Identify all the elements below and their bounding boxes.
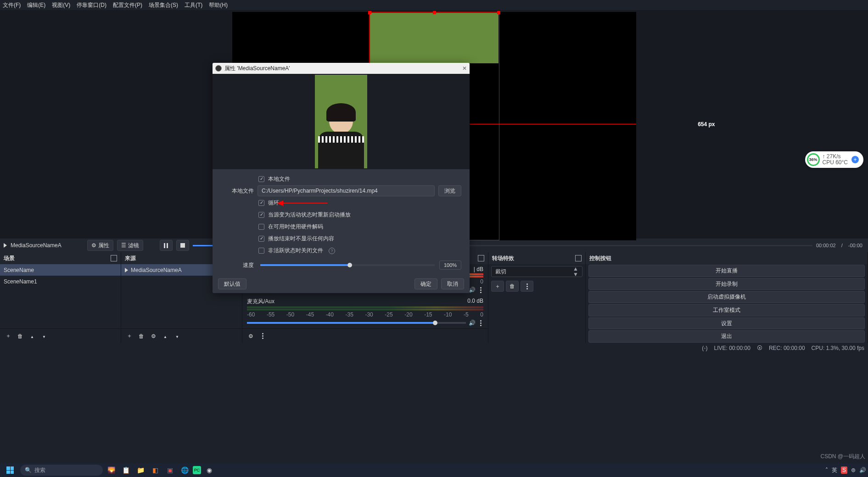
local-file-input[interactable] <box>258 185 435 196</box>
source-properties-dialog: 属性 'MediaSourceNameA' ✕ 本地文件 本地文件 浏览 循环 … <box>213 63 470 293</box>
menu-file[interactable]: 文件(F) <box>3 1 21 9</box>
local-file-checkbox[interactable] <box>258 176 264 182</box>
menu-tools[interactable]: 工具(T) <box>185 1 202 9</box>
help-icon[interactable] <box>327 247 335 254</box>
status-cpu: CPU: 1.3%, 30.00 fps <box>812 345 864 351</box>
menubar: 文件(F) 编辑(E) 视图(V) 停靠窗口(D) 配置文件(P) 场景集合(S… <box>0 0 868 10</box>
scenes-dock: 场景 SceneName SceneName1 ＋ 🗑 <box>0 252 121 343</box>
pause-icon <box>164 243 168 248</box>
mixer-settings-button[interactable] <box>245 331 256 342</box>
media-time-total: -00:00 <box>848 243 864 248</box>
speed-slider[interactable] <box>260 264 435 266</box>
mixer-level: 0.0 dB <box>467 298 483 305</box>
menu-edit[interactable]: 编辑(E) <box>27 1 45 9</box>
tray-app-icon[interactable]: S <box>841 466 847 474</box>
add-scene-button[interactable]: ＋ <box>3 331 14 342</box>
start-stream-button[interactable]: 开始直播 <box>588 265 865 277</box>
menu-scenecol[interactable]: 场景集合(S) <box>149 1 178 9</box>
menu-view[interactable]: 视图(V) <box>52 1 70 9</box>
menu-dock[interactable]: 停靠窗口(D) <box>77 1 106 9</box>
settings-button[interactable]: 设置 <box>588 317 865 330</box>
taskbar-app-icon[interactable]: ▣ <box>163 464 176 477</box>
person-preview <box>318 106 364 168</box>
start-virtualcam-button[interactable]: 启动虚拟摄像机 <box>588 291 865 303</box>
close-icon[interactable]: ✕ <box>462 65 467 72</box>
tray-chevron-icon[interactable]: ˄ <box>825 467 828 473</box>
taskbar-app-icon[interactable]: ◧ <box>149 464 162 477</box>
mute-button[interactable] <box>469 320 476 326</box>
taskbar-pycharm-icon[interactable]: PC <box>193 466 201 474</box>
source-filters-button[interactable]: ☰滤镜 <box>117 240 143 251</box>
remove-transition-button[interactable]: 🗑 <box>506 281 519 292</box>
mixer-name: 麦克风/Aux <box>247 298 274 305</box>
remove-source-button[interactable]: 🗑 <box>136 331 147 342</box>
speed-value[interactable]: 100% <box>439 261 461 270</box>
remove-scene-button[interactable]: 🗑 <box>15 331 26 342</box>
dialog-preview <box>213 74 470 169</box>
close-inactive-checkbox[interactable] <box>258 248 264 254</box>
perf-overlay[interactable]: 36% ↑ 27K/sCPU 60°C + <box>805 151 863 168</box>
windows-taskbar: 🔍搜索 🌄 📋 📁 ◧ ▣ 🌐 PC ◉ ˄ 英 S ⊚ 🔊 <box>0 463 868 477</box>
obs-logo-icon <box>215 65 222 72</box>
taskbar-chrome-icon[interactable]: 🌐 <box>178 464 191 477</box>
cancel-button[interactable]: 取消 <box>441 278 464 289</box>
restart-checkbox[interactable] <box>258 212 264 218</box>
tray-ime-icon[interactable]: 英 <box>832 466 837 474</box>
scene-item[interactable]: SceneName <box>0 264 121 276</box>
speed-label: 速度 <box>217 261 254 269</box>
tray-network-icon[interactable]: ⊚ <box>851 467 856 473</box>
hwdecode-label: 在可用时使用硬件解码 <box>268 223 323 231</box>
menu-profile[interactable]: 配置文件(P) <box>113 1 142 9</box>
taskbar-obs-icon[interactable]: ◉ <box>203 464 216 477</box>
defaults-button[interactable]: 默认值 <box>218 278 246 289</box>
popout-icon[interactable] <box>575 255 582 261</box>
channel-menu-button[interactable] <box>478 287 483 293</box>
menu-help[interactable]: 帮助(H) <box>209 1 228 9</box>
controls-title: 控制按钮 <box>589 255 611 262</box>
start-record-button[interactable]: 开始录制 <box>588 278 865 290</box>
scene-item[interactable]: SceneName1 <box>0 276 121 287</box>
add-source-button[interactable]: ＋ <box>124 331 135 342</box>
taskbar-explorer-icon[interactable]: 📁 <box>134 464 147 477</box>
transition-menu-button[interactable] <box>521 281 533 292</box>
playbar-source-name: MediaSourceNameA <box>11 242 62 249</box>
popout-icon[interactable] <box>478 255 484 261</box>
status-live: LIVE: 00:00:00 <box>714 345 750 351</box>
loop-checkbox[interactable] <box>258 200 264 206</box>
volume-slider[interactable] <box>247 322 466 324</box>
hideend-checkbox[interactable] <box>258 236 264 242</box>
source-properties-button[interactable]: 属性 <box>87 240 113 251</box>
browse-button[interactable]: 浏览 <box>438 185 461 196</box>
transition-select[interactable]: 裁切▲▼ <box>491 266 582 277</box>
search-icon: 🔍 <box>25 467 32 473</box>
local-file-checkbox-label: 本地文件 <box>268 175 290 183</box>
mute-button[interactable] <box>469 287 476 293</box>
media-icon <box>125 268 128 272</box>
tray-volume-icon[interactable]: 🔊 <box>859 467 866 473</box>
perf-add-button[interactable]: + <box>851 156 859 163</box>
hwdecode-checkbox[interactable] <box>258 224 264 230</box>
source-down-button[interactable] <box>172 331 183 342</box>
source-settings-button[interactable] <box>148 331 159 342</box>
media-pause-button[interactable] <box>160 240 173 251</box>
mixer-menu-button[interactable] <box>257 331 268 342</box>
popout-icon[interactable] <box>111 255 117 261</box>
studio-mode-button[interactable]: 工作室模式 <box>588 304 865 316</box>
scenes-title: 场景 <box>4 255 15 262</box>
add-transition-button[interactable]: ＋ <box>491 281 504 292</box>
taskbar-app-icon[interactable]: 📋 <box>119 464 132 477</box>
scene-up-button[interactable] <box>27 331 38 342</box>
scene-down-button[interactable] <box>39 331 50 342</box>
exit-button[interactable]: 退出 <box>588 330 865 343</box>
channel-menu-button[interactable] <box>478 320 483 326</box>
dialog-titlebar[interactable]: 属性 'MediaSourceNameA' ✕ <box>213 63 470 74</box>
ok-button[interactable]: 确定 <box>414 278 437 289</box>
start-button[interactable] <box>2 464 18 477</box>
taskbar-app-icon[interactable]: 🌄 <box>105 464 118 477</box>
source-up-button[interactable] <box>160 331 171 342</box>
taskbar-search[interactable]: 🔍搜索 <box>20 465 103 476</box>
controls-dock: 控制按钮 开始直播 开始录制 启动虚拟摄像机 工作室模式 设置 退出 <box>586 252 868 343</box>
hideend-label: 播放结束时不显示任何内容 <box>268 235 334 243</box>
media-stop-button[interactable] <box>176 240 189 251</box>
sources-title: 来源 <box>125 255 136 262</box>
